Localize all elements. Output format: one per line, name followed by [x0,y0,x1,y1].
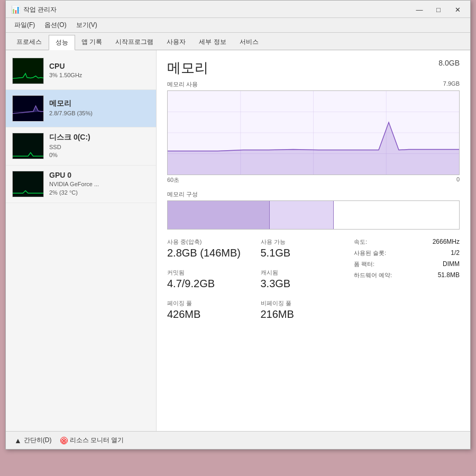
available-value: 5.1GB [261,247,350,259]
sidebar-item-memory[interactable]: 메모리 2.8/7.9GB (35%) [6,90,156,127]
title-bar-left: 📊 작업 관리자 [11,5,57,14]
tab-performance[interactable]: 성능 [49,35,75,50]
speed-row: 속도: 2666MHz [354,238,460,246]
slots-label: 사용된 슬롯: [354,249,386,257]
cached-label: 캐시됨 [261,269,350,277]
committed-value: 4.7/9.2GB [167,278,257,290]
tab-processes[interactable]: 프로세스 [10,35,49,50]
tab-services[interactable]: 서비스 [233,35,266,50]
svg-rect-0 [13,96,43,121]
menu-file[interactable]: 파일(F) [10,19,39,31]
right-panel: 메모리 8.0GB 메모리 사용 7.9GB [157,50,470,431]
stats-section: 사용 중(압축) 2.8GB (146MB) 커밋됨 4.7/9.2GB 페이징… [167,238,460,325]
slots-row: 사용된 슬롯: 1/2 [354,249,460,257]
slots-value: 1/2 [451,249,460,257]
composition-cached [270,201,334,229]
speed-label: 속도: [354,238,367,246]
sidebar-item-cpu[interactable]: CPU 3% 1.50GHz [6,52,156,90]
gpu-thumbnail [12,171,44,197]
disk-info: 디스크 0(C:) SSD 0% [49,133,150,160]
composition-label: 메모리 구성 [167,190,460,198]
panel-total: 8.0GB [438,59,460,67]
composition-used [168,201,270,229]
in-use-label: 사용 중(압축) [167,238,257,246]
hw-reserved-row: 하드웨어 예약: 51.8MB [354,271,460,279]
main-content: CPU 3% 1.50GHz 메모리 [6,50,470,431]
gpu-mini-graph [13,171,43,197]
disk-mini-graph [13,133,43,159]
cpu-info: CPU 3% 1.50GHz [49,62,150,79]
stats-left-column: 사용 중(압축) 2.8GB (146MB) 커밋됨 4.7/9.2GB 페이징… [167,238,261,325]
nonpaged-stat: 비페이징 풀 216MB [261,299,354,325]
menu-options[interactable]: 옵션(O) [40,19,70,31]
menu-bar: 파일(F) 옵션(O) 보기(V) [6,18,470,33]
form-row: 폼 팩터: DIMM [354,260,460,268]
close-button[interactable]: ✕ [449,4,466,15]
disk-label: 디스크 0(C:) [49,133,150,142]
hw-reserved-value: 51.8MB [438,271,460,279]
form-label: 폼 팩터: [354,260,374,268]
app-icon: 📊 [11,5,20,14]
available-stat: 사용 가능 5.1GB [261,238,354,263]
paged-stat: 페이징 풀 426MB [167,299,261,325]
memory-label: 메모리 [49,99,150,108]
cached-stat: 캐시됨 3.3GB [261,269,354,294]
window-title: 작업 관리자 [23,5,57,14]
gpu-info: GPU 0 NVIDIA GeForce ... 2% (32 °C) [49,171,150,197]
time-label: 60초 [167,176,179,184]
disk-thumbnail [12,133,44,159]
disk-usage: 0% [49,151,150,159]
tab-app-history[interactable]: 앱 기록 [75,35,109,50]
speed-value: 2666MHz [433,238,460,246]
menu-view[interactable]: 보기(V) [72,19,102,31]
in-use-stat: 사용 중(압축) 2.8GB (146MB) [167,238,261,263]
chart-max-label: 7.9GB [443,80,460,88]
memory-info: 메모리 2.8/7.9GB (35%) [49,99,150,117]
memory-usage-chart [167,90,460,175]
stats-middle-column: 사용 가능 5.1GB 캐시됨 3.3GB 비페이징 풀 216MB [261,238,354,325]
in-use-value: 2.8GB (146MB) [167,247,257,259]
up-icon: ▲ [14,436,22,445]
disk-type: SSD [49,143,150,151]
resource-monitor-label: 리소스 모니터 열기 [70,436,124,445]
form-value: DIMM [443,260,460,268]
zero-label: 0 [456,176,460,184]
stats-right-column: 속도: 2666MHz 사용된 슬롯: 1/2 폼 팩터: DIMM 하드웨어 … [354,238,460,325]
available-label: 사용 가능 [261,238,350,246]
hw-reserved-label: 하드웨어 예약: [354,271,392,279]
tab-startup[interactable]: 시작프로그램 [109,35,160,50]
cached-value: 3.3GB [261,278,350,290]
usage-chart-label: 메모리 사용 [167,80,198,88]
cpu-stats: 3% 1.50GHz [49,71,150,79]
gpu-model: NVIDIA GeForce ... [49,180,150,188]
task-manager-window: 📊 작업 관리자 — □ ✕ 파일(F) 옵션(O) 보기(V) 프로세스 성능… [5,0,471,450]
paged-value: 426MB [167,308,257,321]
title-bar: 📊 작업 관리자 — □ ✕ [6,1,470,18]
cpu-label: CPU [49,62,150,70]
composition-free [334,201,459,229]
memory-stats: 2.8/7.9GB (35%) [49,109,150,117]
minimize-button[interactable]: — [411,4,428,15]
panel-title: 메모리 [167,59,208,77]
sidebar-item-disk[interactable]: 디스크 0(C:) SSD 0% [6,127,156,166]
shortcuts-label: 간단히(D) [24,436,52,445]
bottom-bar: ▲ 간단히(D) ⊗ 리소스 모니터 열기 [6,431,470,449]
tab-users[interactable]: 사용자 [160,35,193,50]
memory-thumbnail [12,95,44,122]
resource-monitor-link[interactable]: ⊗ 리소스 모니터 열기 [60,436,124,445]
shortcuts-link[interactable]: ▲ 간단히(D) [14,436,52,445]
chart-label-row: 메모리 사용 7.9GB [167,80,460,88]
sidebar-item-gpu[interactable]: GPU 0 NVIDIA GeForce ... 2% (32 °C) [6,166,156,203]
committed-stat: 커밋됨 4.7/9.2GB [167,269,261,294]
restore-button[interactable]: □ [430,4,447,15]
gpu-label: GPU 0 [49,171,150,179]
memory-mini-graph [13,96,43,121]
memory-composition-chart [167,200,460,230]
usage-chart-inner [168,91,459,175]
tab-bar: 프로세스 성능 앱 기록 시작프로그램 사용자 세부 정보 서비스 [6,33,470,50]
cpu-mini-graph [13,58,43,84]
sidebar: CPU 3% 1.50GHz 메모리 [6,50,157,431]
paged-label: 페이징 풀 [167,299,257,307]
tab-details[interactable]: 세부 정보 [193,35,233,50]
cpu-thumbnail [12,58,44,84]
